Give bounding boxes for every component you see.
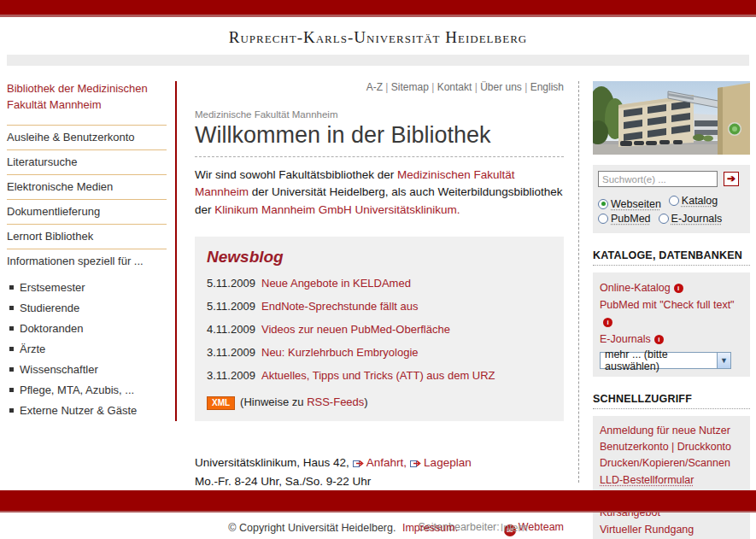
sidebar-nav-item[interactable]: Elektronische Medien — [7, 174, 167, 199]
info-icon[interactable]: i — [674, 284, 683, 293]
content-divider — [578, 81, 579, 483]
breadcrumb: Medizinische Fakultät Mannheim — [195, 109, 564, 120]
klinikum-link[interactable]: Klinikum Mannheim GmbH Universitätsklini… — [214, 203, 460, 216]
sidebar-nav-item[interactable]: Informationen speziell für ... — [7, 249, 167, 273]
news-link[interactable]: Neu: Kurzlehrbuch Embryologie — [261, 346, 419, 359]
quick-access-link[interactable]: Anmeldung für neue Nutzer — [600, 423, 743, 439]
radio-label: PubMed — [611, 213, 651, 225]
catalog-link[interactable]: PubMed mit "Check full text" — [600, 299, 735, 311]
left-nav: Bibliothek der Medizinischen Fakultät Ma… — [7, 81, 177, 421]
radio-pubmed[interactable]: PubMed — [598, 213, 651, 225]
search-submit-arrow-icon[interactable]: ➔ — [724, 172, 739, 186]
news-entry: 3.11.2009Aktuelles, Tipps und Tricks (AT… — [207, 369, 552, 382]
service-nav-link[interactable]: Kontakt — [437, 81, 481, 93]
sidebar-subnav-item[interactable]: Studierende — [7, 298, 167, 319]
sidebar-nav-item[interactable]: Dokumentlieferung — [7, 199, 167, 224]
news-entry: 5.11.2009EndNote-Sprechstunde fällt aus — [207, 300, 552, 313]
news-link[interactable]: Aktuelles, Tipps und Tricks (ATT) aus de… — [261, 369, 495, 382]
newsblog-heading: Newsblog — [207, 248, 552, 267]
info-icon[interactable]: i — [603, 318, 612, 327]
news-date: 4.11.2009 — [207, 323, 261, 336]
sidebar-nav-item[interactable]: Ausleihe & Benutzerkonto — [7, 125, 167, 149]
info-icon[interactable]: i — [654, 335, 664, 344]
quick-access-link[interactable]: Benutzerkonto | Druckkonto — [600, 439, 743, 455]
service-nav-link[interactable]: Über uns — [480, 81, 530, 93]
university-wordmark: Ruprecht-Karls-Universität Heidelberg — [229, 28, 527, 46]
radio-label: Katalog — [682, 195, 718, 207]
quick-access-link[interactable]: Drucken/Kopieren/Scannen — [600, 455, 743, 472]
sidebar-subnav-label: Pflege, MTA, Azubis, ... — [20, 384, 134, 396]
service-nav-link[interactable]: Sitemap — [391, 81, 437, 93]
news-date: 5.11.2009 — [207, 277, 261, 290]
intro-paragraph: Wir sind sowohl Fakultätsbibliothek der … — [195, 167, 564, 219]
news-entry: 5.11.2009Neue Angebote in KELDAmed — [207, 277, 552, 290]
catalog-link[interactable]: Online-Katalog — [600, 282, 671, 294]
rss-feeds-link[interactable]: RSS-Feeds — [307, 395, 364, 408]
catalogs-box: Online-Katalogi PubMed mit "Check full t… — [593, 272, 750, 377]
sidebar-subnav-item[interactable]: Ärzte — [7, 339, 167, 360]
intern-link[interactable]: Intern — [501, 522, 528, 534]
search-box: ➔ WebseitenKatalogPubMedE-Journals — [593, 165, 750, 233]
sidebar-subnav-label: Ärzte — [20, 343, 45, 355]
radio-icon — [669, 196, 679, 206]
news-date: 5.11.2009 — [207, 300, 261, 313]
radio-icon — [659, 214, 669, 224]
service-nav-link[interactable]: English — [530, 81, 564, 93]
catalog-link[interactable]: E-Journals — [600, 333, 651, 345]
intro-text: Wir sind sowohl Fakultätsbibliothek der — [195, 168, 397, 181]
main-content: A-Z Sitemap Kontakt Über uns English Med… — [195, 81, 564, 539]
sidebar-subnav: Erstsemester Studierende Doktoranden Ärz… — [7, 278, 167, 421]
sidebar-nav-item[interactable]: Literatursuche — [7, 149, 167, 174]
address-text: Universitätsklinikum, Haus 42, — [195, 456, 349, 469]
catalog-links: Online-Katalogi PubMed mit "Check full t… — [600, 279, 743, 348]
catalog-row: E-Journalsi — [600, 331, 743, 348]
newsblog-box: Newsblog 5.11.2009Neue Angebote in KELDA… — [195, 237, 564, 421]
sidebar-nav-item[interactable]: Lernort Bibliothek — [7, 224, 167, 249]
anfahrt-link[interactable]: Anfahrt, — [366, 456, 407, 469]
search-scope-radios: WebseitenKatalogPubMedE-Journals — [598, 192, 745, 226]
dropdown-selected-value: mehr ... (bitte auswählen) — [605, 349, 717, 372]
impressum-link[interactable]: Impressum. — [402, 522, 458, 534]
chevron-down-icon: ▼ — [717, 353, 730, 368]
radio-ejournals[interactable]: E-Journals — [659, 213, 723, 225]
footer: © Copyright Universität Heidelberg. Impr… — [0, 522, 756, 534]
sidebar-subnav-item[interactable]: Erstsemester — [7, 278, 167, 298]
radio-webseiten[interactable]: Webseiten — [598, 198, 661, 210]
address-line-1: Universitätsklinikum, Haus 42,Anfahrt,La… — [195, 454, 564, 473]
xml-feed-badge[interactable]: XML — [207, 396, 235, 410]
service-nav-link[interactable]: A-Z — [366, 81, 391, 93]
square-bullet-icon — [9, 306, 14, 310]
square-bullet-icon — [9, 285, 14, 290]
news-link[interactable]: Neue Angebote in KELDAmed — [261, 277, 411, 290]
rss-hint-text: ) — [364, 395, 367, 408]
rss-hint-text: (Hinweise zu — [240, 395, 307, 408]
sidebar-nav: Ausleihe & Benutzerkonto Literatursuche … — [7, 125, 167, 273]
masthead: Ruprecht-Karls-Universität Heidelberg — [0, 17, 756, 55]
radio-katalog[interactable]: Katalog — [669, 195, 718, 207]
lageplan-link[interactable]: Lageplan — [424, 456, 472, 469]
sidebar-subnav-item[interactable]: Doktoranden — [7, 319, 167, 339]
news-link[interactable]: EndNote-Sprechstunde fällt aus — [261, 300, 419, 313]
header-gray-bar — [7, 55, 749, 66]
news-date: 3.11.2009 — [207, 346, 261, 359]
news-date: 3.11.2009 — [207, 369, 261, 382]
sidebar-subnav-item[interactable]: Wissenschaftler — [7, 360, 167, 380]
square-bullet-icon — [9, 326, 14, 331]
square-bullet-icon — [9, 408, 14, 413]
news-link[interactable]: Videos zur neuen PubMed-Oberfläche — [261, 323, 450, 336]
news-list: 5.11.2009Neue Angebote in KELDAmed 5.11.… — [207, 277, 552, 382]
quick-access-link[interactable]: LLD-Bestellformular — [600, 472, 743, 489]
search-input[interactable] — [598, 171, 718, 187]
radio-label: Webseiten — [611, 198, 661, 210]
external-link-icon — [410, 454, 422, 473]
library-home-link[interactable]: Bibliothek der Medizinischen Fakultät Ma… — [7, 81, 167, 114]
radio-label: E-Journals — [671, 213, 723, 225]
more-databases-dropdown[interactable]: mehr ... (bitte auswählen) ▼ — [600, 352, 731, 369]
external-link-icon — [353, 454, 365, 473]
sidebar-subnav-item[interactable]: Externe Nutzer & Gäste — [7, 401, 167, 421]
radio-icon — [598, 199, 608, 209]
opening-hours: Mo.-Fr. 8-24 Uhr, Sa./So. 9-22 Uhr — [195, 472, 564, 491]
sidebar-subnav-label: Erstsemester — [20, 281, 85, 294]
sidebar-subnav-item[interactable]: Pflege, MTA, Azubis, ... — [7, 380, 167, 401]
service-nav: A-Z Sitemap Kontakt Über uns English — [195, 81, 564, 93]
